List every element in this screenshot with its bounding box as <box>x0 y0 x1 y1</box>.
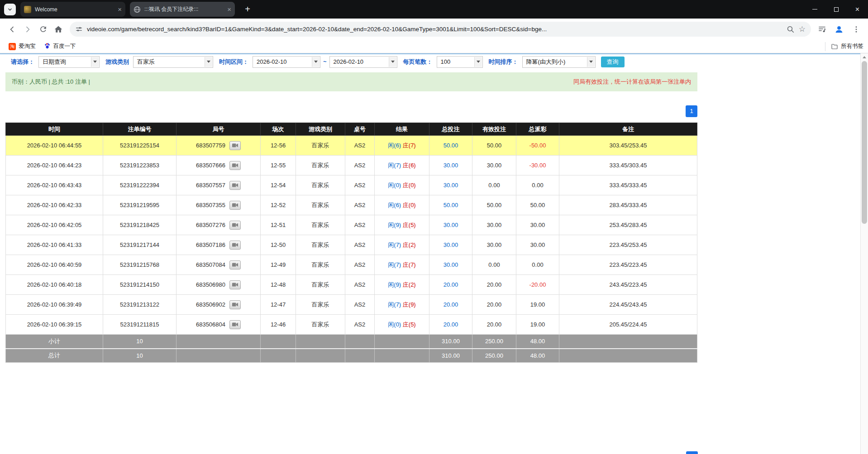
replay-video-button[interactable] <box>229 260 241 270</box>
total-bet-cell[interactable]: 20.00 <box>429 295 472 315</box>
date-start-value: 2026-02-10 <box>257 58 287 65</box>
table-row: 2026-02-10 06:39:49523191213122683506902… <box>6 295 697 315</box>
column-header: 游戏类别 <box>296 123 345 136</box>
tab-close-icon[interactable]: × <box>227 6 231 13</box>
total-bet-link[interactable]: 20.00 <box>444 301 458 308</box>
query-button[interactable]: 查询 <box>601 57 625 67</box>
tab-close-icon[interactable]: × <box>118 6 122 13</box>
banker-result: 庄(7) <box>403 261 416 268</box>
zoom-icon[interactable] <box>787 25 795 33</box>
total-bet-cell[interactable]: 30.00 <box>429 255 472 275</box>
bet-id-cell: 523191225154 <box>103 136 176 156</box>
replay-video-button[interactable] <box>229 300 241 309</box>
new-tab-button[interactable]: + <box>241 3 254 16</box>
all-bookmarks-button[interactable]: 所有书签 <box>825 42 863 51</box>
home-button[interactable] <box>51 22 66 37</box>
total-bet-link[interactable]: 50.00 <box>444 142 458 149</box>
date-start-input[interactable]: 2026-02-10 <box>253 56 320 68</box>
player-result: 闲(9) <box>388 222 401 228</box>
dropdown-arrow-icon <box>312 57 320 67</box>
replay-video-button[interactable] <box>229 320 241 329</box>
total-bet-cell[interactable]: 30.00 <box>429 156 472 175</box>
game-category-cell: 百家乐 <box>296 255 345 275</box>
tab-welcome[interactable]: Welcome × <box>20 2 125 17</box>
tab-search-button[interactable] <box>4 4 16 15</box>
total-bet-link[interactable]: 50.00 <box>444 202 458 208</box>
round-number: 683507276 <box>196 222 225 228</box>
total-bet-link[interactable]: 30.00 <box>444 162 458 169</box>
total-bet-link[interactable]: 30.00 <box>444 241 458 248</box>
date-range-label: 时间区间： <box>219 58 248 66</box>
total-bet-link[interactable]: 20.00 <box>444 281 458 288</box>
round-number: 683506902 <box>196 301 225 308</box>
session-cell: 12-47 <box>261 295 296 315</box>
player-result: 闲(6) <box>388 202 401 208</box>
total-bet-cell[interactable]: 30.00 <box>429 175 472 195</box>
replay-video-button[interactable] <box>229 201 241 210</box>
site-info-icon[interactable] <box>75 25 83 33</box>
banker-result: 庄(7) <box>403 142 416 149</box>
bet-id-cell: 523191218425 <box>103 215 176 235</box>
menu-icon[interactable] <box>849 22 863 37</box>
profile-avatar-icon[interactable] <box>832 22 846 37</box>
close-button[interactable]: × <box>847 0 868 19</box>
replay-video-button[interactable] <box>229 161 241 170</box>
replay-video-button[interactable] <box>229 241 241 250</box>
replay-video-button[interactable] <box>229 181 241 190</box>
dropdown-arrow-icon <box>205 57 212 67</box>
scrollbar-thumb[interactable] <box>862 61 867 224</box>
payout-cell: -50.00 <box>516 136 559 156</box>
round-cell: 683507759 <box>176 136 261 156</box>
total-bet-link[interactable]: 20.00 <box>444 321 458 328</box>
column-header: 桌号 <box>345 123 375 136</box>
time-cell: 2026-02-10 06:43:43 <box>6 175 103 195</box>
sort-select[interactable]: 降冪(由大到小) <box>522 56 596 68</box>
back-button[interactable] <box>5 22 20 37</box>
note-cell: 223.45/223.45 <box>559 255 697 275</box>
scrollbar[interactable] <box>860 53 868 454</box>
game-category-cell: 百家乐 <box>296 315 345 335</box>
banker-result: 庄(2) <box>403 281 416 288</box>
bookmark-baidu[interactable]: 百度一下 <box>40 41 80 52</box>
total-bet-cell[interactable]: 30.00 <box>429 215 472 235</box>
scroll-up-button[interactable] <box>861 53 868 61</box>
result-cell: 闲(0) 庄(5) <box>375 315 429 335</box>
player-result: 闲(7) <box>388 261 401 268</box>
media-controls-icon[interactable] <box>815 22 829 37</box>
per-page-select[interactable]: 100 <box>437 56 483 68</box>
page-1-button[interactable]: 1 <box>686 451 698 454</box>
url-text[interactable]: videoie.com/game/betrecord_search/kind3?… <box>87 26 782 33</box>
total-bet-cell[interactable]: 50.00 <box>429 136 472 156</box>
tab-title: :::视讯 会员下注纪录::: <box>144 5 224 13</box>
result-cell: 闲(7) 庄(7) <box>375 255 429 275</box>
session-cell: 12-50 <box>261 235 296 255</box>
total-bet-cell[interactable]: 20.00 <box>429 315 472 335</box>
replay-video-button[interactable] <box>229 141 241 150</box>
refresh-button[interactable] <box>35 22 51 37</box>
result-cell: 闲(6) 庄(7) <box>375 136 429 156</box>
replay-video-button[interactable] <box>229 221 241 230</box>
date-end-input[interactable]: 2026-02-10 <box>329 56 397 68</box>
tab-bet-records[interactable]: :::视讯 会员下注纪录::: × <box>130 2 235 17</box>
replay-video-button[interactable] <box>229 280 241 289</box>
game-category-select[interactable]: 百家乐 <box>133 56 213 68</box>
query-type-select[interactable]: 日期查询 <box>38 56 100 68</box>
minimize-button[interactable] <box>804 0 825 19</box>
total-bet-cell[interactable]: 20.00 <box>429 275 472 295</box>
forward-button[interactable] <box>20 22 35 37</box>
payout-cell: 19.00 <box>516 315 559 335</box>
bet-id-cell: 523191211815 <box>103 315 176 335</box>
round-cell: 683507666 <box>176 156 261 175</box>
address-bar[interactable]: videoie.com/game/betrecord_search/kind3?… <box>70 22 811 37</box>
bookmark-aitaobao[interactable]: 淘 爱淘宝 <box>5 41 40 52</box>
total-bet-cell[interactable]: 30.00 <box>429 235 472 255</box>
total-bet-link[interactable]: 30.00 <box>444 182 458 189</box>
total-bet-cell[interactable]: 50.00 <box>429 195 472 215</box>
page-1-button[interactable]: 1 <box>686 105 697 117</box>
maximize-button[interactable] <box>825 0 847 19</box>
player-result: 闲(7) <box>388 162 401 169</box>
total-bet-link[interactable]: 30.00 <box>444 261 458 268</box>
video-camera-icon <box>232 183 238 188</box>
total-bet-link[interactable]: 30.00 <box>444 222 458 228</box>
bookmark-star-icon[interactable]: ☆ <box>799 24 806 34</box>
